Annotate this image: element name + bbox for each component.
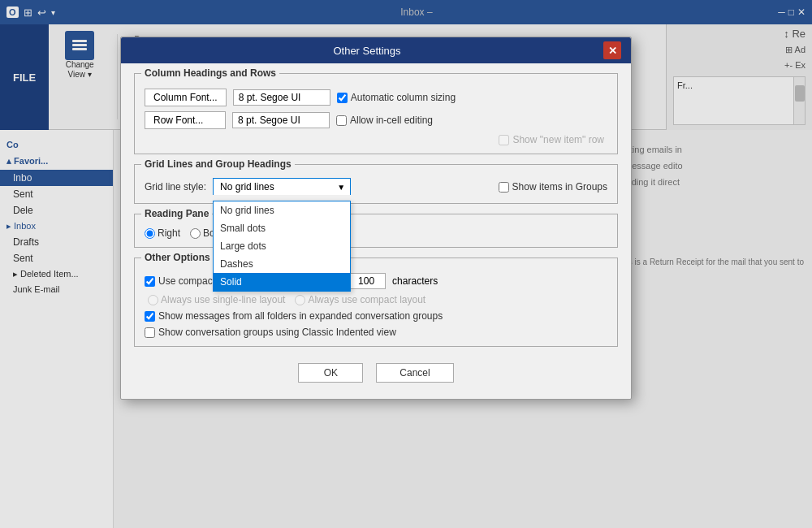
dialog-footer: OK Cancel bbox=[134, 357, 618, 386]
dialog-body: Column Headings and Rows Column Font... … bbox=[121, 63, 631, 399]
show-items-groups-checkbox[interactable] bbox=[499, 182, 509, 193]
show-conversation-text: Show conversation groups using Classic I… bbox=[158, 327, 396, 338]
show-messages-text: Show messages from all folders in expand… bbox=[158, 310, 443, 322]
grid-lines-legend: Grid Lines and Group Headings bbox=[141, 158, 295, 170]
dropdown-selected-value: No grid lines bbox=[220, 181, 274, 193]
dropdown-arrow-icon: ▼ bbox=[337, 183, 345, 192]
allow-in-cell-checkbox[interactable] bbox=[336, 115, 347, 126]
other-options-legend: Other Options bbox=[141, 252, 214, 263]
auto-col-sizing-label: Automatic column sizing bbox=[351, 92, 456, 103]
reading-pane-right-radio[interactable] bbox=[145, 228, 155, 239]
compact-layout2-text: Always use compact layout bbox=[308, 294, 425, 305]
show-items-groups-text: Show items in Groups bbox=[512, 181, 607, 193]
dropdown-item-no-grid[interactable]: No grid lines bbox=[214, 201, 350, 219]
column-font-value: 8 pt. Segoe UI bbox=[233, 89, 330, 106]
column-headings-section: Column Headings and Rows Column Font... … bbox=[134, 73, 618, 154]
grid-line-dropdown[interactable]: No grid lines ▼ bbox=[213, 178, 351, 195]
layout-radio-group: Always use single-line layout Always use… bbox=[148, 294, 425, 305]
single-line-layout-label: Always use single-line layout bbox=[148, 294, 285, 305]
show-messages-checkbox-label[interactable]: Show messages from all folders in expand… bbox=[145, 310, 443, 322]
show-conversation-checkbox[interactable] bbox=[145, 327, 155, 338]
other-settings-dialog: Other Settings ✕ Column Headings and Row… bbox=[120, 37, 632, 400]
dialog-titlebar: Other Settings ✕ bbox=[121, 37, 631, 63]
dropdown-item-solid[interactable]: Solid bbox=[214, 273, 350, 291]
grid-line-style-label: Grid line style: bbox=[145, 178, 206, 193]
show-new-item-checkbox bbox=[499, 135, 509, 145]
dropdown-item-large-dots[interactable]: Large dots bbox=[214, 237, 350, 255]
show-new-item-label: Show "new item" row bbox=[512, 134, 604, 145]
column-font-button[interactable]: Column Font... bbox=[145, 89, 227, 106]
show-new-item-row: Show "new item" row bbox=[145, 134, 604, 145]
show-items-groups-label[interactable]: Show items in Groups bbox=[499, 178, 607, 193]
dialog-close-button[interactable]: ✕ bbox=[603, 41, 621, 59]
other-options-section: Other Options Use compact layout in widt… bbox=[134, 258, 618, 347]
show-conversation-row: Show conversation groups using Classic I… bbox=[145, 327, 607, 338]
allow-in-cell-checkbox-label[interactable]: Allow in-cell editing bbox=[336, 115, 433, 126]
dropdown-item-small-dots[interactable]: Small dots bbox=[214, 219, 350, 237]
layout-options-row: Always use single-line layout Always use… bbox=[145, 294, 607, 305]
row-font-button[interactable]: Row Font... bbox=[145, 111, 226, 129]
single-line-text: Always use single-line layout bbox=[161, 294, 285, 305]
column-font-row: Column Font... 8 pt. Segoe UI Automatic … bbox=[145, 89, 607, 106]
show-messages-checkbox[interactable] bbox=[145, 311, 155, 322]
reading-pane-section: Reading Pane Right Botto... bbox=[134, 214, 618, 248]
row-font-value: 8 pt. Segoe UI bbox=[232, 112, 330, 128]
grid-line-dropdown-list: No grid lines Small dots Large dots Dash… bbox=[213, 201, 351, 292]
reading-pane-bottom-radio[interactable] bbox=[190, 228, 201, 239]
ok-button[interactable]: OK bbox=[298, 363, 363, 383]
compact-layout-input[interactable] bbox=[347, 273, 386, 289]
auto-col-sizing-checkbox[interactable] bbox=[337, 93, 348, 103]
grid-lines-section: Grid Lines and Group Headings Grid line … bbox=[134, 164, 618, 204]
show-new-item-checkbox-label: Show "new item" row bbox=[499, 134, 604, 145]
dropdown-item-dashes[interactable]: Dashes bbox=[214, 255, 350, 273]
column-headings-legend: Column Headings and Rows bbox=[141, 67, 279, 79]
show-conversation-checkbox-label[interactable]: Show conversation groups using Classic I… bbox=[145, 327, 396, 338]
auto-col-sizing-checkbox-label[interactable]: Automatic column sizing bbox=[337, 92, 456, 103]
reading-pane-legend: Reading Pane bbox=[141, 208, 212, 219]
grid-line-dropdown-wrapper: No grid lines ▼ No grid lines Small dots… bbox=[213, 178, 351, 195]
single-line-radio bbox=[148, 295, 158, 305]
row-font-row: Row Font... 8 pt. Segoe UI Allow in-cell… bbox=[145, 111, 607, 129]
reading-pane-right-text: Right bbox=[158, 227, 180, 239]
show-messages-row: Show messages from all folders in expand… bbox=[145, 310, 607, 322]
reading-pane-right-label[interactable]: Right bbox=[145, 227, 180, 239]
grid-lines-content: Grid line style: No grid lines ▼ No grid… bbox=[145, 178, 607, 195]
compact-layout-checkbox[interactable] bbox=[145, 276, 155, 287]
grid-line-style-wrapper: Grid line style: No grid lines ▼ No grid… bbox=[145, 178, 351, 195]
compact-layout2-label: Always use compact layout bbox=[295, 294, 425, 305]
characters-label: characters bbox=[392, 275, 438, 287]
cancel-button[interactable]: Cancel bbox=[376, 363, 453, 383]
allow-in-cell-label: Allow in-cell editing bbox=[350, 115, 433, 126]
dialog-title: Other Settings bbox=[131, 45, 603, 57]
compact-layout2-radio bbox=[295, 295, 305, 305]
